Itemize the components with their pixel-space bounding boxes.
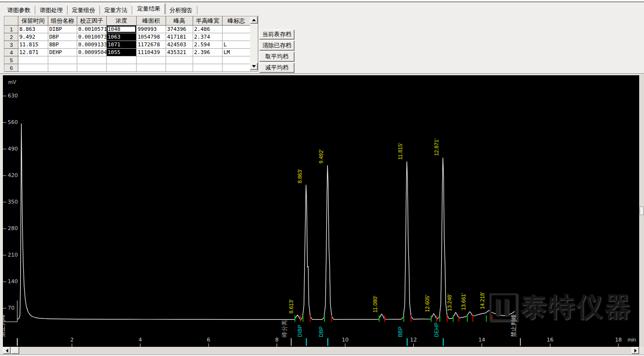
y-tick-label: 560 bbox=[8, 119, 18, 125]
table-cell[interactable]: 0.00095049 bbox=[77, 49, 107, 56]
tab-spectrum-processing[interactable]: 谱图处理 bbox=[35, 6, 68, 14]
table-cell[interactable]: DBP bbox=[48, 33, 77, 41]
btn-clear-saved[interactable]: 清除已存档 bbox=[259, 41, 294, 51]
row-header[interactable]: 4 bbox=[5, 49, 18, 56]
chart-scroll-right-button[interactable] bbox=[631, 347, 639, 354]
row-header[interactable]: 3 bbox=[5, 41, 18, 49]
table-cell[interactable]: 0.00091338 bbox=[77, 41, 107, 49]
col-header-concentration[interactable]: 浓度 bbox=[107, 17, 137, 26]
btn-take-average[interactable]: 取平均档 bbox=[259, 52, 294, 62]
table-cell[interactable]: 2.594 bbox=[193, 41, 223, 49]
row-header[interactable]: 1 bbox=[5, 26, 18, 33]
table-cell[interactable] bbox=[193, 64, 223, 72]
table-cell[interactable] bbox=[223, 64, 251, 72]
table-cell[interactable]: 1055 bbox=[107, 49, 137, 56]
col-header-peak-area[interactable]: 峰面积 bbox=[137, 17, 166, 26]
corner-header-cell[interactable] bbox=[5, 17, 18, 26]
table-cell[interactable] bbox=[48, 64, 77, 72]
table-cell[interactable] bbox=[193, 56, 223, 64]
table-cell[interactable]: 1172678 bbox=[137, 41, 166, 49]
table-cell[interactable] bbox=[223, 33, 251, 41]
table-cell[interactable]: 1063 bbox=[107, 33, 137, 41]
table-scroll-down-button[interactable] bbox=[250, 63, 258, 70]
table-cell[interactable]: LM bbox=[223, 49, 251, 56]
table-cell[interactable]: 1048 bbox=[107, 26, 137, 33]
x-tick-label: 2 bbox=[66, 337, 78, 343]
col-header-peak-flag[interactable]: 峰标志 bbox=[223, 17, 251, 26]
row-header[interactable]: 2 bbox=[5, 33, 18, 41]
table-cell[interactable]: 11.815 bbox=[18, 41, 48, 49]
chart-vscroll-thumb[interactable] bbox=[640, 206, 644, 215]
table-scroll-up-button[interactable] bbox=[250, 16, 258, 24]
row-header[interactable]: 6 bbox=[5, 64, 18, 72]
table-cell[interactable]: 1054798 bbox=[137, 33, 166, 41]
x-tick-label: 16 bbox=[544, 337, 557, 343]
tab-quant-method[interactable]: 定量方法 bbox=[100, 6, 132, 14]
arrow-up-icon bbox=[252, 19, 256, 21]
chart-vertical-scrollbar[interactable] bbox=[639, 75, 644, 347]
table-cell[interactable]: 1110439 bbox=[137, 49, 166, 56]
tab-quant-results[interactable]: 定量结果 bbox=[132, 3, 165, 14]
table-cell[interactable] bbox=[166, 56, 193, 64]
table-cell[interactable] bbox=[137, 64, 166, 72]
table-cell[interactable]: 0.00100734 bbox=[77, 33, 107, 41]
table-cell[interactable]: 8.863 bbox=[18, 26, 48, 33]
col-header-retention-time[interactable]: 保留时间 bbox=[18, 17, 48, 26]
table-cell[interactable]: 12.871 bbox=[18, 49, 48, 56]
table-cell[interactable]: 9.492 bbox=[18, 33, 48, 41]
table-cell[interactable]: 374396 bbox=[166, 26, 193, 33]
col-header-peak-height[interactable]: 峰高 bbox=[166, 17, 193, 26]
table-scrollbar[interactable] bbox=[250, 16, 258, 70]
table-cell[interactable] bbox=[18, 64, 48, 72]
table-cell[interactable]: 2.486 bbox=[193, 26, 223, 33]
minor-peak-time-label: 8.613' bbox=[288, 300, 294, 314]
table-cell[interactable]: 424503 bbox=[166, 41, 193, 49]
tab-quant-components[interactable]: 定量组份 bbox=[68, 6, 100, 14]
table-row: 6 bbox=[5, 64, 251, 72]
tab-spectrum-parameters[interactable]: 谱图参数 bbox=[3, 6, 35, 14]
col-header-component-name[interactable]: 组份名称 bbox=[48, 17, 77, 26]
app-window: 谱图参数谱图处理定量组份定量方法定量结果分析报告 保留时间组份名称校正因子浓度峰… bbox=[0, 0, 644, 356]
table-cell[interactable]: 2.396 bbox=[193, 49, 223, 56]
table-cell[interactable] bbox=[48, 56, 77, 64]
row-header[interactable]: 5 bbox=[5, 56, 18, 64]
table-cell[interactable] bbox=[77, 64, 107, 72]
table-cell[interactable] bbox=[77, 56, 107, 64]
table-cell[interactable] bbox=[18, 56, 48, 64]
tab-bar: 谱图参数谱图处理定量组份定量方法定量结果分析报告 bbox=[3, 4, 197, 14]
y-axis-unit: mV bbox=[8, 79, 16, 85]
table-cell[interactable]: BBP bbox=[48, 41, 77, 49]
col-header-half-height-width[interactable]: 半高峰宽 bbox=[193, 17, 223, 26]
tab-analysis-report[interactable]: 分析报告 bbox=[165, 6, 197, 14]
chart-horizontal-scrollbar[interactable] bbox=[3, 347, 639, 355]
table-cell[interactable]: 417181 bbox=[166, 33, 193, 41]
chromatogram-plot[interactable]: mV min 泰特仪器 6305604904203502802101407024… bbox=[3, 75, 639, 347]
table-cell[interactable] bbox=[107, 64, 137, 72]
x-tick-label: 4 bbox=[134, 337, 147, 343]
btn-subtract-average[interactable]: 减平均档 bbox=[259, 63, 294, 73]
table-cell[interactable] bbox=[166, 64, 193, 72]
btn-save-current-table[interactable]: 当前表存档 bbox=[259, 29, 294, 40]
table-cell[interactable] bbox=[107, 56, 137, 64]
table-cell[interactable] bbox=[223, 56, 251, 64]
table-cell[interactable]: L bbox=[223, 41, 251, 49]
table-cell[interactable]: 1071 bbox=[107, 41, 137, 49]
table-cell[interactable] bbox=[223, 26, 251, 33]
table-cell[interactable]: DIBP bbox=[48, 26, 77, 33]
col-header-correction-factor[interactable]: 校正因子 bbox=[77, 17, 107, 26]
chart-scroll-left-button[interactable] bbox=[3, 347, 11, 354]
table-cell[interactable]: 0.00105719 bbox=[77, 26, 107, 33]
table-row: 5 bbox=[5, 56, 251, 64]
peak-time-label: 11.815' bbox=[397, 143, 404, 160]
x-tick-label: 18 bbox=[612, 337, 625, 343]
no-peak-detect-marker-label: 禁止判峰 bbox=[3, 314, 6, 337]
table-cell[interactable]: 990993 bbox=[137, 26, 166, 33]
table-cell[interactable]: 435321 bbox=[166, 49, 193, 56]
table-cell[interactable]: DEHP bbox=[48, 49, 77, 56]
x-tick-label: 14 bbox=[476, 337, 488, 343]
table-cell[interactable] bbox=[137, 56, 166, 64]
table-row: 29.492DBP0.00100734106310547984171812.37… bbox=[5, 33, 251, 41]
chart-hscroll-thumb[interactable] bbox=[11, 347, 19, 354]
table-cell[interactable]: 2.374 bbox=[193, 33, 223, 41]
peak-time-label: 9.492' bbox=[318, 149, 324, 164]
